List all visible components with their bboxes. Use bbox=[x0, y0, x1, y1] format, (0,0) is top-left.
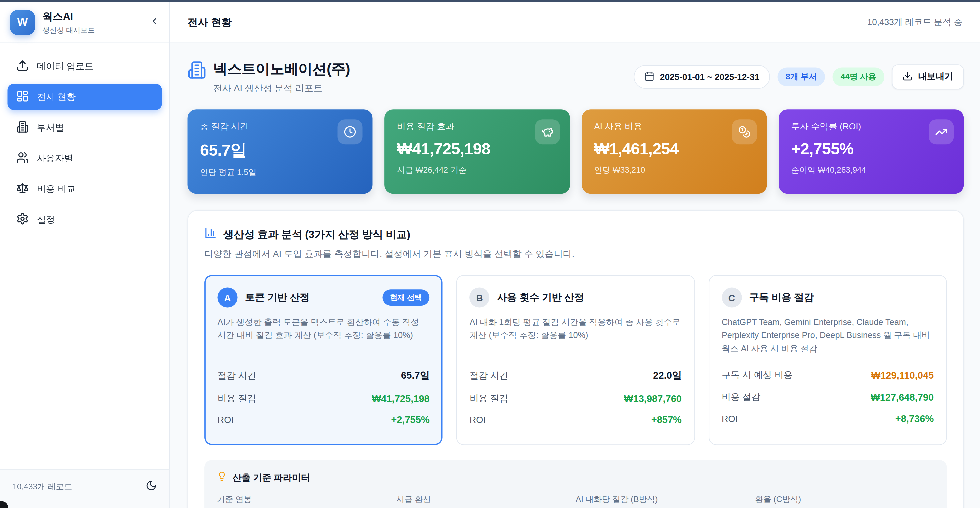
stat-sub: 인당 평균 1.5일 bbox=[200, 167, 360, 178]
scale-icon bbox=[16, 182, 29, 196]
method-letter-badge: A bbox=[218, 288, 238, 308]
section-title: 생산성 효과 분석 (3가지 산정 방식 비교) bbox=[223, 227, 410, 242]
app-logo: W bbox=[10, 10, 35, 35]
dark-mode-toggle[interactable] bbox=[146, 480, 157, 493]
method-card-subscription-savings[interactable]: C 구독 비용 절감 ChatGPT Team, Gemini Enterpri… bbox=[709, 275, 947, 445]
dashboard-icon bbox=[16, 90, 29, 104]
user-count-badge: 44명 사용 bbox=[832, 68, 885, 86]
metric-label: ROI bbox=[470, 415, 486, 425]
stat-sub: 인당 ₩33,210 bbox=[594, 164, 754, 176]
stat-label: AI 사용 비용 bbox=[594, 121, 754, 133]
date-range-picker[interactable]: 2025-01-01 ~ 2025-12-31 bbox=[634, 65, 770, 89]
export-button-label: 내보내기 bbox=[918, 71, 953, 83]
users-icon bbox=[16, 151, 29, 165]
stat-card-grid: 총 절감 시간 65.7일 인당 평균 1.5일 비용 절감 효과 ₩41,72… bbox=[188, 109, 964, 194]
metric-value: 22.0일 bbox=[653, 369, 682, 382]
stat-value: ₩1,461,254 bbox=[594, 139, 754, 159]
sidebar-item-label: 부서별 bbox=[37, 122, 64, 134]
company-subtitle: 전사 AI 생산성 분석 리포트 bbox=[213, 83, 350, 95]
metric-label: 비용 절감 bbox=[470, 393, 508, 404]
metric-row: 비용 절감 ₩41,725,198 bbox=[218, 388, 430, 410]
moon-icon bbox=[146, 480, 157, 493]
calculation-parameters-box: 산출 기준 파라미터 기준 연봉 ₩55,000,000 시급 환산 ₩26,4… bbox=[204, 460, 947, 508]
metric-row: ROI +8,736% bbox=[722, 408, 934, 429]
metric-row: 비용 절감 ₩127,648,790 bbox=[722, 386, 934, 408]
building-icon bbox=[16, 120, 29, 135]
stat-value: +2,755% bbox=[791, 139, 951, 159]
piggy-bank-icon bbox=[535, 119, 560, 144]
sidebar-item-data-upload[interactable]: 데이터 업로드 bbox=[8, 53, 162, 79]
method-description: ChatGPT Team, Gemini Enterprise, Claude … bbox=[722, 316, 934, 356]
sidebar-item-company-overview[interactable]: 전사 현황 bbox=[8, 84, 162, 110]
parameter-item: 기준 연봉 ₩55,000,000 bbox=[217, 494, 396, 508]
sidebar-item-by-user[interactable]: 사용자별 bbox=[8, 145, 162, 171]
metric-value: ₩127,648,790 bbox=[871, 392, 934, 403]
parameter-label: 기준 연봉 bbox=[217, 494, 396, 505]
section-subtitle: 다양한 관점에서 AI 도입 효과를 측정합니다. 설정에서 기본 표시 방식을… bbox=[204, 248, 947, 260]
metric-value: ₩41,725,198 bbox=[372, 393, 430, 404]
metric-row: 절감 시간 22.0일 bbox=[470, 364, 682, 387]
metric-value: ₩129,110,045 bbox=[871, 369, 934, 381]
sidebar-footer: 10,433개 레코드 bbox=[0, 469, 169, 508]
app-tagline: 생산성 대시보드 bbox=[43, 25, 95, 35]
sidebar-item-label: 전사 현황 bbox=[37, 91, 76, 103]
method-title: 구독 비용 절감 bbox=[749, 291, 814, 304]
method-letter-badge: B bbox=[470, 288, 490, 308]
sidebar-item-cost-compare[interactable]: 비용 비교 bbox=[8, 176, 162, 202]
method-card-token-based[interactable]: A 토큰 기반 산정 현재 선택 AI가 생성한 출력 토큰을 텍스트로 환산하… bbox=[204, 275, 443, 445]
metric-value: +2,755% bbox=[391, 414, 430, 426]
page-content: 넥스트이노베이션(주) 전사 AI 생산성 분석 리포트 2025-01-01 … bbox=[170, 43, 980, 508]
sidebar-collapse-button[interactable] bbox=[150, 16, 159, 28]
stat-card-cost-savings: 비용 절감 효과 ₩41,725,198 시급 ₩26,442 기준 bbox=[385, 109, 570, 194]
metric-label: 구독 시 예상 비용 bbox=[722, 369, 793, 381]
parameter-label: 환율 (C방식) bbox=[755, 494, 934, 505]
sidebar-item-label: 설정 bbox=[37, 213, 55, 225]
stat-card-ai-usage-cost: AI 사용 비용 ₩1,461,254 인당 ₩33,210 bbox=[582, 109, 767, 194]
method-letter-badge: C bbox=[722, 288, 742, 308]
metric-label: ROI bbox=[218, 415, 234, 425]
sidebar-item-label: 비용 비교 bbox=[37, 183, 76, 195]
method-card-usage-based[interactable]: B 사용 횟수 기반 산정 AI 대화 1회당 평균 절감 시간을 적용하여 총… bbox=[457, 275, 695, 445]
record-count: 10,433개 레코드 bbox=[13, 481, 72, 492]
coins-icon bbox=[732, 119, 757, 144]
sidebar-item-label: 데이터 업로드 bbox=[37, 61, 94, 72]
analysis-status: 10,433개 레코드 분석 중 bbox=[867, 17, 963, 28]
sidebar-header: W 웍스AI 생산성 대시보드 bbox=[0, 2, 169, 43]
method-title: 사용 횟수 기반 산정 bbox=[497, 291, 584, 304]
download-icon bbox=[903, 71, 913, 83]
bar-chart-icon bbox=[204, 227, 217, 242]
chevron-left-icon bbox=[150, 16, 159, 28]
stat-label: 총 절감 시간 bbox=[200, 121, 360, 133]
company-name: 넥스트이노베이션(주) bbox=[213, 59, 350, 79]
page-title: 전사 현황 bbox=[188, 15, 232, 29]
productivity-analysis-section: 생산성 효과 분석 (3가지 산정 방식 비교) 다양한 관점에서 AI 도입 … bbox=[188, 210, 964, 508]
upload-icon bbox=[16, 59, 29, 73]
clock-icon bbox=[338, 119, 363, 144]
trending-up-icon bbox=[929, 119, 954, 144]
sidebar-item-label: 사용자별 bbox=[37, 152, 73, 164]
app-window: W 웍스AI 생산성 대시보드 데이터 업로드 bbox=[0, 0, 980, 508]
calendar-icon bbox=[644, 71, 654, 83]
metric-value: +857% bbox=[651, 414, 682, 426]
sidebar-item-by-department[interactable]: 부서별 bbox=[8, 114, 162, 141]
company-building-icon bbox=[188, 61, 206, 82]
company-header-row: 넥스트이노베이션(주) 전사 AI 생산성 분석 리포트 2025-01-01 … bbox=[188, 59, 964, 94]
metric-label: 비용 절감 bbox=[218, 393, 256, 404]
export-button[interactable]: 내보내기 bbox=[892, 64, 964, 89]
method-card-grid: A 토큰 기반 산정 현재 선택 AI가 생성한 출력 토큰을 텍스트로 환산하… bbox=[204, 275, 947, 445]
parameter-item: 시급 환산 ₩26,442 bbox=[396, 494, 576, 508]
stat-sub: 순이익 ₩40,263,944 bbox=[791, 164, 951, 176]
sidebar-item-settings[interactable]: 설정 bbox=[8, 206, 162, 233]
method-title: 토큰 기반 산정 bbox=[245, 291, 310, 304]
current-selection-badge: 현재 선택 bbox=[382, 289, 430, 306]
stat-card-roi: 투자 수익률 (ROI) +2,755% 순이익 ₩40,263,944 bbox=[779, 109, 964, 194]
lightbulb-icon bbox=[217, 471, 227, 484]
parameter-label: 시급 환산 bbox=[396, 494, 576, 505]
metric-row: 절감 시간 65.7일 bbox=[218, 364, 430, 387]
parameter-label: AI 대화당 절감 (B방식) bbox=[576, 494, 755, 505]
method-description: AI가 생성한 출력 토큰을 텍스트로 환산하여 수동 작성 시간 대비 절감 … bbox=[218, 316, 430, 356]
metric-value: ₩13,987,760 bbox=[624, 393, 682, 404]
metric-label: 절감 시간 bbox=[470, 370, 508, 382]
page-header: 전사 현황 10,433개 레코드 분석 중 bbox=[170, 2, 980, 43]
metric-row: 구독 시 예상 비용 ₩129,110,045 bbox=[722, 364, 934, 386]
